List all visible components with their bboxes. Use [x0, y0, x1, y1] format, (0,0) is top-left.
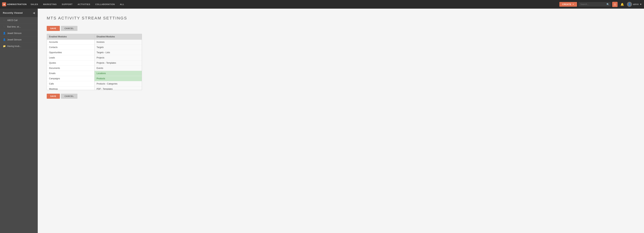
disabled-module-item-0[interactable]: Invoices — [94, 40, 142, 45]
enabled-module-item-0[interactable]: Accounts — [47, 40, 94, 45]
sidebar-item-1[interactable]: 📞 Bad time, wi... ✏ — [0, 24, 38, 30]
disabled-module-item-1[interactable]: Targets — [94, 45, 142, 50]
search-wrap: 🔍 — [578, 2, 611, 7]
enabled-module-item-1[interactable]: Contacts — [47, 45, 94, 50]
nav-item-all[interactable]: ALL — [117, 0, 127, 9]
nav-items: SALES MARKETING SUPPORT ACTIVITIES COLLA… — [28, 0, 560, 9]
disabled-module-item-9[interactable]: PDF - Templates — [94, 86, 142, 90]
sidebar-item-label-1: Bad time, wi... — [7, 26, 21, 28]
disabled-modules-list: InvoicesTargetsTargets - ListsProjectsPr… — [94, 40, 142, 90]
disabled-module-item-4[interactable]: Projects - Templates — [94, 60, 142, 66]
sidebar-toggle-button[interactable]: ◀ — [33, 11, 35, 14]
disabled-modules-header: Disabled Modules — [94, 34, 142, 40]
nav-item-sales[interactable]: SALES — [28, 0, 41, 9]
sidebar-item-label-3: Jewell Stimson — [7, 38, 22, 41]
search-input[interactable] — [578, 2, 611, 7]
enabled-module-item-9[interactable]: Meetings — [47, 86, 94, 90]
user-menu-button[interactable]: 👤 admin ▼ — [627, 2, 642, 7]
search-icon: 🔍 — [606, 3, 609, 6]
create-button[interactable]: CREATE ▼ — [559, 2, 577, 7]
user-menu-arrow-icon: ▼ — [640, 3, 642, 6]
logo-icon: ⊞ — [2, 2, 6, 6]
sidebar-item-2[interactable]: 👤 Jewell Stimson ✏ — [0, 30, 38, 36]
disabled-module-item-6[interactable]: Locations — [94, 71, 142, 76]
sidebar-item-left-2: 👤 Jewell Stimson — [3, 32, 22, 34]
enabled-module-item-2[interactable]: Opportunities — [47, 50, 94, 55]
create-label: CREATE — [562, 3, 571, 6]
enabled-modules-col: Enabled Modules AccountsContactsOpportun… — [47, 34, 94, 90]
admin-label: admin — [633, 3, 639, 6]
enabled-module-item-3[interactable]: Leads — [47, 55, 94, 60]
modules-panel: Enabled Modules AccountsContactsOpportun… — [47, 34, 142, 90]
enabled-module-item-8[interactable]: Calls — [47, 81, 94, 86]
disabled-module-item-5[interactable]: Events — [94, 66, 142, 71]
top-btn-group: SAVE CANCEL — [47, 26, 635, 31]
disabled-module-item-3[interactable]: Projects — [94, 55, 142, 60]
bottom-btn-group: SAVE CANCEL — [47, 94, 635, 99]
user-icon-2: 👤 — [3, 32, 6, 34]
nav-item-support[interactable]: SUPPORT — [59, 0, 75, 9]
avatar: 👤 — [627, 2, 632, 7]
call-icon-0: 📞 — [3, 19, 6, 22]
enabled-module-item-4[interactable]: Quotes — [47, 60, 94, 66]
sidebar-item-4[interactable]: 📁 Having troub... ✏ — [0, 43, 38, 50]
enabled-module-item-5[interactable]: Documents — [47, 66, 94, 71]
nav-logo: ⊞ ADMINISTRATION — [2, 2, 27, 6]
top-nav: ⊞ ADMINISTRATION SALES MARKETING SUPPORT… — [0, 0, 644, 9]
sidebar-item-0[interactable]: 📞 ABCD Call ✏ — [0, 17, 38, 24]
top-save-button[interactable]: SAVE — [47, 26, 60, 31]
page-title: MTS ACTIVITY STREAM SETTINGS — [47, 16, 635, 20]
sidebar-item-label-0: ABCD Call — [7, 19, 18, 22]
sidebar-header: Recently Viewed ◀ — [0, 9, 38, 17]
enabled-module-item-7[interactable]: Campaigns — [47, 76, 94, 81]
sidebar-item-left-1: 📞 Bad time, wi... — [3, 25, 21, 28]
logo-text: ADMINISTRATION — [7, 3, 27, 6]
layout: Recently Viewed ◀ 📞 ABCD Call ✏ 📞 Bad ti… — [0, 9, 644, 233]
sidebar-item-label-4: Having troub... — [7, 45, 21, 48]
enabled-module-item-6[interactable]: Emails — [47, 71, 94, 76]
sidebar-item-3[interactable]: 👤 Jewell Stimson ✏ — [0, 36, 38, 43]
nav-item-activities[interactable]: ACTIVITIES — [75, 0, 93, 9]
sidebar-item-left-3: 👤 Jewell Stimson — [3, 38, 22, 41]
create-arrow-icon: ▼ — [572, 4, 574, 5]
sidebar-item-label-2: Jewell Stimson — [7, 32, 22, 34]
call-icon-1: 📞 — [3, 25, 6, 28]
sidebar-title: Recently Viewed — [3, 12, 23, 14]
enabled-modules-list: AccountsContactsOpportunitiesLeadsQuotes… — [47, 40, 94, 90]
user-icon-3: 👤 — [3, 38, 6, 41]
bottom-cancel-button[interactable]: CANCEL — [61, 94, 78, 99]
sidebar: Recently Viewed ◀ 📞 ABCD Call ✏ 📞 Bad ti… — [0, 9, 38, 233]
nav-item-collaboration[interactable]: COLLABORATION — [93, 0, 118, 9]
main-content: MTS ACTIVITY STREAM SETTINGS SAVE CANCEL… — [38, 9, 644, 233]
bottom-save-button[interactable]: SAVE — [47, 94, 60, 99]
folder-icon-4: 📁 — [3, 45, 6, 48]
nav-item-marketing[interactable]: MARKETING — [40, 0, 59, 9]
disabled-module-item-2[interactable]: Targets - Lists — [94, 50, 142, 55]
disabled-module-item-7[interactable]: Products — [94, 76, 142, 81]
disabled-modules-col: Disabled Modules InvoicesTargetsTargets … — [94, 34, 142, 90]
enabled-modules-header: Enabled Modules — [47, 34, 94, 40]
top-cancel-button[interactable]: CANCEL — [61, 26, 78, 31]
sidebar-item-left-4: 📁 Having troub... — [3, 45, 21, 48]
nav-right: CREATE ▼ 🔍 ⚠ 🔔 👤 admin ▼ — [559, 2, 642, 7]
sidebar-item-left-0: 📞 ABCD Call — [3, 19, 18, 22]
disabled-module-item-8[interactable]: Products - Categories — [94, 81, 142, 86]
alert-icon-button[interactable]: ⚠ — [612, 2, 618, 7]
notifications-button[interactable]: 🔔 — [619, 2, 626, 7]
